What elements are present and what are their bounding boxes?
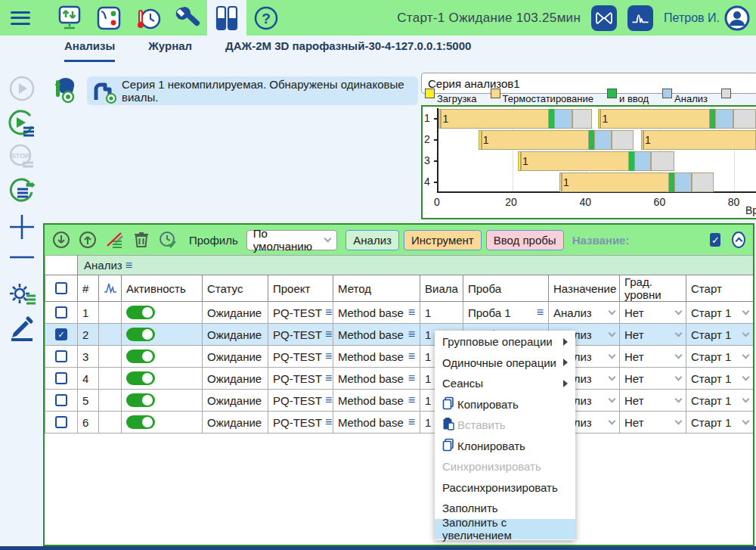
minus-icon[interactable] xyxy=(8,252,36,265)
vials-icon[interactable] xyxy=(207,0,246,36)
cell-menu-icon[interactable]: ≡ xyxy=(325,350,332,363)
method-cell[interactable]: Method base≡ xyxy=(333,390,420,412)
cell-menu-icon[interactable]: ≡ xyxy=(325,328,332,341)
instrument-transfer-icon[interactable] xyxy=(50,0,89,36)
activity-cell[interactable] xyxy=(122,390,203,412)
checkbox-icon[interactable] xyxy=(55,416,67,428)
menu-item-5[interactable]: Клонировать xyxy=(435,436,575,457)
move-down-icon[interactable] xyxy=(52,231,70,249)
cell-menu-icon[interactable]: ≡ xyxy=(408,350,415,363)
start-cell[interactable]: Старт 1 xyxy=(686,324,754,346)
activity-cell[interactable] xyxy=(122,324,203,346)
cell-menu-icon[interactable]: ≡ xyxy=(325,393,332,407)
start-cell[interactable]: Старт 1 xyxy=(686,368,754,390)
activity-cell[interactable] xyxy=(122,412,203,433)
grad-levels-cell[interactable]: Нет xyxy=(620,412,686,433)
cell-menu-icon[interactable]: ≡ xyxy=(408,415,415,429)
tab-1[interactable]: Журнал xyxy=(148,39,192,62)
grad-levels-cell[interactable]: Нет xyxy=(620,346,686,368)
plus-icon[interactable] xyxy=(8,213,36,244)
checkbox-icon[interactable] xyxy=(55,306,67,319)
activity-cell[interactable] xyxy=(122,302,203,324)
row-select-cell[interactable] xyxy=(45,412,78,433)
group-menu-icon[interactable]: ≡ xyxy=(125,259,132,272)
cell-menu-icon[interactable]: ≡ xyxy=(537,306,544,319)
status-panel-icon[interactable] xyxy=(89,0,129,36)
cell-menu-icon[interactable]: ≡ xyxy=(408,371,415,385)
select-all-checkbox[interactable] xyxy=(45,275,78,302)
table-row[interactable]: 6ОжиданиеPQ-TEST≡Method base≡1Проба 1≡Ан… xyxy=(45,412,754,433)
chip-2[interactable]: Ввод пробы xyxy=(486,230,564,250)
activity-toggle[interactable] xyxy=(126,415,155,429)
trash-icon[interactable] xyxy=(133,231,150,249)
row-select-cell[interactable] xyxy=(45,302,78,324)
purpose-cell[interactable]: Анализ xyxy=(549,302,620,324)
project-cell[interactable]: PQ-TEST≡ xyxy=(268,368,333,390)
grad-levels-cell[interactable]: Нет xyxy=(620,390,686,412)
table-row[interactable]: ✓2ОжиданиеPQ-TEST≡Method base≡1Проба 1≡А… xyxy=(45,324,754,346)
profile-select[interactable]: По умолчанию xyxy=(246,230,338,250)
activity-toggle[interactable] xyxy=(126,350,155,363)
activity-toggle[interactable] xyxy=(126,306,155,319)
activity-toggle[interactable] xyxy=(126,328,155,341)
tab-0[interactable]: Анализы xyxy=(64,39,115,62)
project-cell[interactable]: PQ-TEST≡ xyxy=(268,412,333,433)
row-select-cell[interactable] xyxy=(45,346,78,368)
grad-levels-cell[interactable]: Нет xyxy=(620,302,686,324)
menu-item-1[interactable]: Одиночные операции xyxy=(435,353,575,374)
menu-item-7[interactable]: Рассинхронизировать xyxy=(435,477,575,499)
checkbox-icon[interactable]: ✓ xyxy=(55,328,67,340)
project-cell[interactable]: PQ-TEST≡ xyxy=(268,346,333,368)
menu-item-3[interactable]: Копировать xyxy=(435,394,575,415)
avatar-icon[interactable] xyxy=(724,5,750,31)
chip-0[interactable]: Анализ xyxy=(345,230,399,250)
start-cell[interactable]: Старт 1 xyxy=(686,346,754,368)
checkbox-icon[interactable] xyxy=(55,350,67,362)
valve-icon[interactable] xyxy=(591,5,617,31)
cell-menu-icon[interactable]: ≡ xyxy=(408,328,415,341)
settings-queue-icon[interactable] xyxy=(7,279,37,310)
move-up-icon[interactable] xyxy=(79,231,97,249)
start-cell[interactable]: Старт 1 xyxy=(686,390,754,412)
edit-icon[interactable] xyxy=(8,313,36,344)
method-cell[interactable]: Method base≡ xyxy=(333,324,420,346)
menu-item-9[interactable]: Заполнить с увеличением xyxy=(435,519,575,540)
method-cell[interactable]: Method base≡ xyxy=(333,302,420,324)
cell-menu-icon[interactable]: ≡ xyxy=(325,306,332,319)
table-row[interactable]: 3ОжиданиеPQ-TEST≡Method base≡1Проба 1≡Ан… xyxy=(45,346,754,368)
activity-toggle[interactable] xyxy=(126,371,155,385)
name-checkbox[interactable]: ✓ xyxy=(710,233,720,247)
project-cell[interactable]: PQ-TEST≡ xyxy=(268,324,333,346)
checkbox-icon[interactable] xyxy=(55,394,67,406)
activity-cell[interactable] xyxy=(122,368,203,390)
grad-levels-cell[interactable]: Нет xyxy=(620,324,686,346)
row-select-cell[interactable] xyxy=(45,390,78,412)
wrench-icon[interactable] xyxy=(168,0,207,36)
project-cell[interactable]: PQ-TEST≡ xyxy=(268,390,333,412)
checkbox-icon[interactable] xyxy=(55,282,67,294)
method-cell[interactable]: Method base≡ xyxy=(333,368,420,390)
collapse-panel-button[interactable] xyxy=(732,231,745,248)
sample-cell[interactable]: Проба 1≡ xyxy=(463,302,549,324)
run-queue-icon[interactable] xyxy=(7,109,37,140)
menu-item-0[interactable]: Групповые операции xyxy=(435,331,575,353)
chip-1[interactable]: Инструмент xyxy=(404,230,482,250)
menu-icon[interactable] xyxy=(11,11,30,25)
schedule-check-icon[interactable] xyxy=(158,230,178,250)
table-row[interactable]: 4ОжиданиеPQ-TEST≡Method base≡1Проба 1≡Ан… xyxy=(45,368,754,390)
cell-menu-icon[interactable]: ≡ xyxy=(408,306,415,319)
start-cell[interactable]: Старт 1 xyxy=(686,412,754,433)
method-cell[interactable]: Method base≡ xyxy=(333,412,420,433)
start-cell[interactable]: Старт 1 xyxy=(686,302,754,324)
checkbox-icon[interactable] xyxy=(55,372,67,384)
group-header-analysis[interactable]: Анализ ≡ xyxy=(78,256,754,275)
menu-item-2[interactable]: Сеансы xyxy=(435,373,575,394)
project-cell[interactable]: PQ-TEST≡ xyxy=(268,302,333,324)
cell-menu-icon[interactable]: ≡ xyxy=(408,393,415,407)
row-select-cell[interactable] xyxy=(45,368,78,390)
row-select-cell[interactable]: ✓ xyxy=(45,324,78,346)
peaks-icon[interactable] xyxy=(627,5,653,31)
activity-toggle[interactable] xyxy=(126,393,155,407)
autosampler-icon[interactable] xyxy=(48,74,80,108)
grad-levels-cell[interactable]: Нет xyxy=(620,368,686,390)
